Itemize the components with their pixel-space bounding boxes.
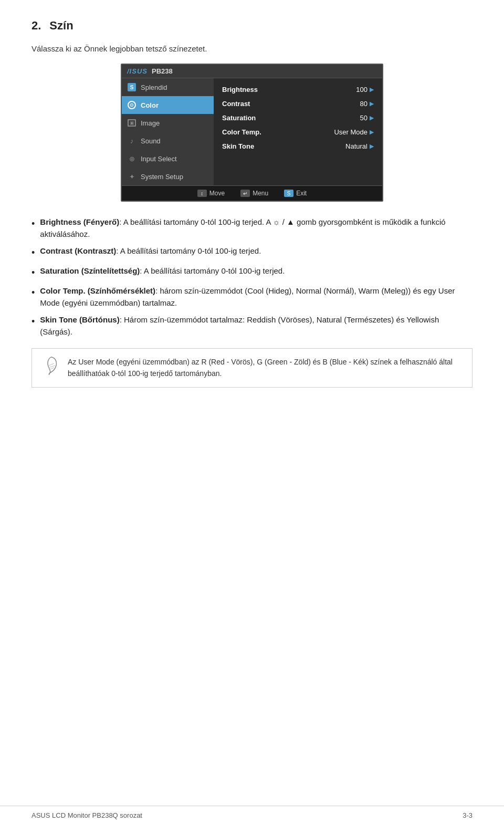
- monitor-body: S Splendid ⊙ Color ▣ Image: [122, 78, 382, 185]
- setting-brightness: Brightness 100 ▶: [222, 82, 374, 97]
- menu-label-splendid: Splendid: [141, 84, 167, 91]
- color-icon: ⊙: [127, 100, 136, 110]
- term-saturation: Saturation (Színtelítettség): [40, 266, 140, 275]
- bottombar-menu: ↵ Menu: [240, 190, 268, 197]
- menu-item-system-setup[interactable]: ✦ System Setup: [122, 168, 214, 185]
- setting-contrast: Contrast 80 ▶: [222, 97, 374, 111]
- term-color-temp: Color Temp. (Színhőmérséklet): [40, 286, 155, 295]
- menu-label-image: Image: [141, 119, 160, 127]
- setting-saturation: Saturation 50 ▶: [222, 111, 374, 125]
- section-subtitle: Válassza ki az Önnek legjobban tetsző sz…: [32, 44, 472, 53]
- footer-page: 3-3: [463, 811, 472, 819]
- image-icon: ▣: [127, 118, 136, 128]
- setting-label-color-temp: Color Temp.: [222, 128, 261, 136]
- asus-logo: /ISUS: [127, 67, 148, 75]
- osd-bottombar: ↕ Move ↵ Menu S Exit: [122, 185, 382, 201]
- page-footer: ASUS LCD Monitor PB238Q sorozat 3-3: [0, 806, 504, 819]
- term-skin-tone: Skin Tone (Bőrtónus): [40, 315, 119, 324]
- bottombar-exit: S Exit: [284, 190, 307, 197]
- menu-item-image[interactable]: ▣ Image: [122, 114, 214, 132]
- bullet-dot: •: [32, 315, 35, 329]
- bullet-dot: •: [32, 266, 35, 280]
- setting-label-contrast: Contrast: [222, 100, 250, 108]
- setting-value-color-temp: User Mode ▶: [334, 128, 374, 136]
- list-item: • Contrast (Kontraszt): A beállítási tar…: [32, 245, 472, 260]
- bullet-text-color-temp: Color Temp. (Színhőmérséklet): három szí…: [40, 285, 472, 309]
- list-item: • Color Temp. (Színhőmérséklet): három s…: [32, 285, 472, 309]
- list-item: • Saturation (Színtelítettség): A beállí…: [32, 265, 472, 280]
- bullet-list: • Brightness (Fényerő): A beállítási tar…: [32, 216, 472, 338]
- bullet-dot: •: [32, 286, 35, 300]
- section-header: 2. Szín: [32, 19, 472, 33]
- setting-value-saturation: 50 ▶: [360, 114, 374, 122]
- input-select-icon: ⊕: [127, 154, 136, 163]
- osd-settings-panel: Brightness 100 ▶ Contrast 80 ▶ Saturatio…: [214, 78, 382, 185]
- bullet-text-skin-tone: Skin Tone (Bőrtónus): Három szín-üzemmód…: [40, 314, 472, 338]
- exit-icon: S: [284, 190, 293, 197]
- menu-label-input-select: Input Select: [141, 155, 177, 163]
- monitor-osd: /ISUS PB238 S Splendid ⊙ Color: [121, 64, 383, 202]
- setting-value-brightness: 100 ▶: [356, 86, 374, 93]
- note-text: Az User Mode (egyéni üzemmódban) az R (R…: [68, 356, 463, 380]
- bottombar-move: ↕ Move: [197, 190, 225, 197]
- list-item: • Brightness (Fényerő): A beállítási tar…: [32, 216, 472, 240]
- footer-brand: ASUS LCD Monitor PB238Q sorozat: [32, 811, 142, 819]
- menu-item-color[interactable]: ⊙ Color: [122, 96, 214, 114]
- bottombar-exit-label: Exit: [296, 190, 307, 197]
- setting-value-contrast: 80 ▶: [360, 100, 374, 108]
- bullet-dot: •: [32, 246, 35, 260]
- setting-skin-tone: Skin Tone Natural ▶: [222, 139, 374, 153]
- menu-label-sound: Sound: [141, 137, 161, 145]
- list-item: • Skin Tone (Bőrtónus): Három szín-üzemm…: [32, 314, 472, 338]
- setting-value-skin-tone: Natural ▶: [345, 142, 374, 150]
- menu-label-system-setup: System Setup: [141, 173, 183, 181]
- setting-label-saturation: Saturation: [222, 114, 256, 122]
- bullet-dot: •: [32, 217, 35, 231]
- section-number: 2.: [32, 19, 41, 33]
- note-feather-icon: [41, 356, 60, 379]
- term-brightness: Brightness (Fényerő): [40, 217, 119, 226]
- menu-icon: ↵: [240, 190, 250, 197]
- menu-item-splendid[interactable]: S Splendid: [122, 78, 214, 96]
- menu-label-color: Color: [141, 101, 159, 109]
- bottombar-menu-label: Menu: [253, 190, 268, 197]
- monitor-titlebar: /ISUS PB238: [122, 65, 382, 78]
- setting-label-skin-tone: Skin Tone: [222, 142, 254, 150]
- sound-icon: ♪: [127, 136, 136, 145]
- bullet-text-saturation: Saturation (Színtelítettség): A beállítá…: [40, 265, 472, 277]
- term-contrast: Contrast (Kontraszt): [40, 246, 116, 255]
- move-icon: ↕: [197, 190, 207, 197]
- monitor-model: PB238: [152, 67, 173, 75]
- setting-color-temp: Color Temp. User Mode ▶: [222, 125, 374, 139]
- bullet-text-brightness: Brightness (Fényerő): A beállítási tarto…: [40, 216, 472, 240]
- osd-menu: S Splendid ⊙ Color ▣ Image: [122, 78, 214, 185]
- menu-item-sound[interactable]: ♪ Sound: [122, 132, 214, 150]
- splendid-icon: S: [127, 82, 136, 92]
- setting-label-brightness: Brightness: [222, 86, 258, 93]
- note-box: Az User Mode (egyéni üzemmódban) az R (R…: [32, 348, 472, 388]
- menu-item-input-select[interactable]: ⊕ Input Select: [122, 150, 214, 168]
- bottombar-move-label: Move: [209, 190, 225, 197]
- bullet-text-contrast: Contrast (Kontraszt): A beállítási tarto…: [40, 245, 472, 257]
- system-setup-icon: ✦: [127, 172, 136, 181]
- section-title: Szín: [49, 19, 73, 33]
